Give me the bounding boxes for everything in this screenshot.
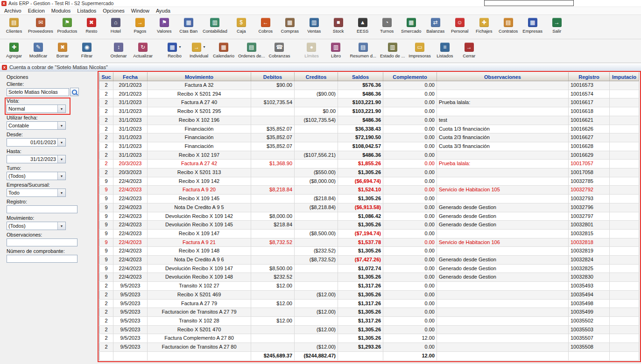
- toolbar-button-turnos[interactable]: ◔Turnos: [375, 16, 399, 35]
- movimiento-select[interactable]: (Todos)▼: [7, 222, 66, 230]
- column-header-saldos[interactable]: Saldos: [338, 73, 383, 81]
- toolbar-button-caja[interactable]: $Caja: [229, 16, 254, 35]
- toolbar-button-listados[interactable]: ≡Listados: [433, 41, 457, 59]
- table-row[interactable]: 231/1/2023Financiación$35,852.07$72,190.…: [99, 133, 639, 142]
- toolbar-button-stock[interactable]: ■Stock: [326, 16, 351, 35]
- toolbar-button-compras[interactable]: ▦Compras: [278, 16, 302, 35]
- table-row[interactable]: 220/1/2023Factura A 32$90.00$576.360.001…: [99, 81, 639, 90]
- table-row[interactable]: 220/3/2023Factura A 27 42$1,368.90$1,855…: [99, 160, 639, 168]
- table-row[interactable]: 922/4/2023Devolución Recibo X 109 147$8,…: [99, 264, 639, 273]
- toolbar-button-smercado[interactable]: ▦Smercado: [399, 16, 423, 35]
- toolbar-button-calendario[interactable]: ▦Calendario: [211, 41, 236, 59]
- toolbar-button-agregar[interactable]: ✚Agregar: [2, 41, 26, 59]
- menu-item-listados[interactable]: Listados: [74, 7, 99, 14]
- table-row[interactable]: 922/4/2023Recibo X 109 145($218.84)$1,30…: [99, 195, 639, 203]
- toolbar-button-personal[interactable]: ☺Personal: [448, 16, 472, 35]
- toolbar-button-fichajes[interactable]: ✚Fichajes: [472, 16, 496, 35]
- dropdown-arrow-icon[interactable]: ▼: [178, 45, 182, 49]
- toolbar-button-clientes[interactable]: ▤Clientes: [2, 16, 26, 35]
- table-row[interactable]: 29/5/2023Transito X 102 27$12.00$1,317.2…: [99, 282, 639, 291]
- cliente-input[interactable]: [7, 88, 69, 96]
- table-row[interactable]: 922/4/2023Devolución Recibo X 109 145$21…: [99, 221, 639, 230]
- table-row[interactable]: 922/4/2023Recibo X 109 142($8,000.00)($6…: [99, 177, 639, 186]
- table-row[interactable]: 231/1/2023Factura A 27 40$102,735.54$103…: [99, 98, 639, 107]
- table-row[interactable]: 922/4/2023Factura A 9 21$8,732.52$1,537.…: [99, 238, 639, 247]
- table-row[interactable]: 231/1/2023Recibo X 5201 295$0.00$103,221…: [99, 107, 639, 116]
- menu-item-opciones[interactable]: Opciones: [99, 7, 127, 14]
- toolbar-button-filtrar[interactable]: ◉Filtrar: [75, 41, 99, 59]
- empresa-sucursal-select[interactable]: Todo▼: [7, 189, 66, 197]
- vista-select[interactable]: Normal▼: [7, 105, 66, 113]
- table-row[interactable]: 231/1/2023Financiación$35,852.07$36,338.…: [99, 125, 639, 133]
- toolbar-button-cobranzas[interactable]: ☎Cobranzas: [267, 41, 292, 59]
- table-row[interactable]: 922/4/2023Recibo X 109 148($232.52)$1,30…: [99, 247, 639, 256]
- toolbar-button-pagos[interactable]: →Pagos: [128, 16, 152, 35]
- table-row[interactable]: 220/1/2023Recibo X 5201 294($90.00)$486.…: [99, 90, 639, 98]
- table-row[interactable]: 29/5/2023Factura Complemento A 27 80$1,3…: [99, 334, 639, 343]
- menu-item-edicion[interactable]: Edicion: [25, 7, 48, 14]
- toolbar-button-empresas[interactable]: ▦Empresas: [521, 16, 545, 35]
- chevron-down-icon[interactable]: ▼: [57, 105, 65, 112]
- table-row[interactable]: 922/4/2023Recibo X 109 147($8,500.00)($7…: [99, 229, 639, 238]
- turno-select[interactable]: (Todos)▼: [7, 172, 66, 180]
- table-row[interactable]: 922/4/2023Nota De Credito A 9 6($8,732.5…: [99, 256, 639, 265]
- chevron-down-icon[interactable]: ▼: [57, 222, 65, 230]
- column-header-observaciones[interactable]: Observaciones: [437, 73, 569, 81]
- observaciones-input[interactable]: [7, 238, 77, 246]
- table-row[interactable]: 29/5/2023Facturacion de Transitos A 27 8…: [99, 343, 639, 352]
- column-header-debitos[interactable]: Debitos: [251, 73, 295, 81]
- utilizar-fecha-select[interactable]: Contable▼: [7, 121, 66, 130]
- chevron-down-icon[interactable]: ▼: [57, 139, 65, 146]
- toolbar-button-resumen-d[interactable]: ▤Resumen d...: [348, 41, 378, 59]
- column-header-fecha[interactable]: Fecha: [113, 73, 148, 81]
- toolbar-button-ventas[interactable]: ▥Ventas: [302, 16, 326, 35]
- toolbar-button-salir[interactable]: →Salir: [545, 16, 569, 35]
- toolbar-button-contabilidad[interactable]: ▥Contabilidad: [201, 16, 229, 35]
- column-header-registro[interactable]: Registro: [569, 73, 610, 81]
- column-header-complemento[interactable]: Complemento: [383, 73, 437, 81]
- numero-comprobante-input[interactable]: [7, 255, 77, 263]
- registro-input[interactable]: [7, 205, 77, 213]
- table-row[interactable]: 922/4/2023Devolución Recibo X 109 148$23…: [99, 273, 639, 282]
- toolbar-button-proveedores[interactable]: ✉Proveedores: [26, 16, 55, 35]
- table-row[interactable]: 922/4/2023Factura A 9 20$8,218.84$1,524.…: [99, 186, 639, 195]
- toolbar-button-valores[interactable]: ⚑Valores: [152, 16, 176, 35]
- column-header-imputacio[interactable]: Imputacio: [610, 73, 639, 81]
- column-header-movimiento[interactable]: Movimiento: [148, 73, 251, 81]
- menu-item-window[interactable]: Window: [128, 7, 153, 14]
- menu-item-modulos[interactable]: Modulos: [48, 7, 74, 14]
- toolbar-button-cerrar[interactable]: →Cerrar: [457, 41, 481, 59]
- toolbar-button-ordenar[interactable]: ↕Ordenar: [106, 41, 131, 59]
- table-row[interactable]: 29/5/2023Facturacion de Transitos A 27 7…: [99, 308, 639, 317]
- table-row[interactable]: 231/1/2023Financiación$35,852.07$108,042…: [99, 142, 639, 151]
- toolbar-button-ordenes-de[interactable]: ▤Ordenes de...: [236, 41, 267, 59]
- table-row[interactable]: 29/5/2023Factura A 27 79$12.00$1,317.260…: [99, 299, 639, 308]
- column-header-suc[interactable]: Suc: [99, 73, 113, 81]
- chevron-down-icon[interactable]: ▼: [57, 172, 65, 180]
- column-header-creditos[interactable]: Creditos: [295, 73, 338, 81]
- toolbar-button-cobros[interactable]: ←Cobros: [254, 16, 278, 35]
- menu-item-ayuda[interactable]: Ayuda: [153, 7, 174, 14]
- toolbar-button-ctas-ban[interactable]: ▦Ctas Ban: [176, 16, 201, 35]
- toolbar-button-resto[interactable]: ✖Resto: [79, 16, 104, 35]
- chevron-down-icon[interactable]: ▼: [57, 122, 65, 129]
- table-row[interactable]: 220/3/2023Recibo X 5201 313($550.00)$1,3…: [99, 168, 639, 177]
- table-row[interactable]: 922/4/2023Nota De Credito A 9 5($8,218.8…: [99, 203, 639, 212]
- toolbar-button-balanzas[interactable]: ⇄Balanzas: [423, 16, 448, 35]
- toolbar-button-limites[interactable]: ●Límites: [299, 41, 324, 59]
- toolbar-button-hotel[interactable]: ⌂Hotel: [104, 16, 128, 35]
- table-row[interactable]: 29/5/2023Recibo X 5201 469($12.00)$1,305…: [99, 290, 639, 299]
- toolbar-button-impresoras[interactable]: ▭Impresoras: [407, 41, 433, 59]
- toolbar-button-recibo[interactable]: ▦▼Recibo: [162, 41, 187, 59]
- table-row[interactable]: 231/1/2023Recibo X 102 197($107,556.21)$…: [99, 151, 639, 160]
- table-row[interactable]: 231/1/2023Recibo X 102 196($102,735.54)$…: [99, 116, 639, 125]
- hasta-select[interactable]: 31/12/2023▼: [7, 155, 66, 163]
- toolbar-button-modificar[interactable]: ✎Modificar: [26, 41, 50, 59]
- dropdown-arrow-icon[interactable]: ▼: [203, 45, 206, 49]
- toolbar-button-estado-de[interactable]: ▥Estado de ...: [378, 41, 407, 59]
- desde-select[interactable]: 01/01/2023▼: [7, 138, 66, 147]
- menu-item-archivo[interactable]: Archivo: [1, 7, 25, 14]
- toolbar-button-contratos[interactable]: ▤Contratos: [496, 16, 521, 35]
- table-row[interactable]: 29/5/2023Recibo X 5201 470($12.00)$1,305…: [99, 325, 639, 334]
- cliente-search-button[interactable]: [70, 88, 79, 96]
